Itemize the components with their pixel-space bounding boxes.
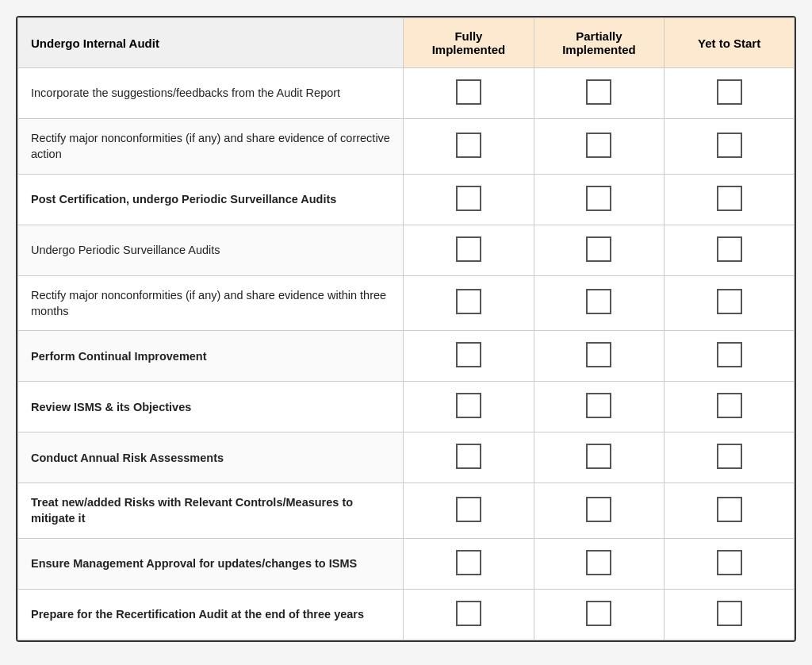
checkbox-box[interactable] <box>586 186 611 211</box>
checkbox-cell-partially-implemented[interactable] <box>534 538 665 589</box>
checkbox-box[interactable] <box>717 133 742 158</box>
row-label: Treat new/added Risks with Relevant Cont… <box>18 483 404 539</box>
table-row: Rectify major nonconformities (if any) a… <box>18 119 795 175</box>
checkbox-box[interactable] <box>456 497 481 522</box>
row-label: Rectify major nonconformities (if any) a… <box>18 275 404 331</box>
checkbox-cell-yet-to-start[interactable] <box>665 225 795 275</box>
checkbox-box[interactable] <box>586 497 611 522</box>
header-col3: Partially Implemented <box>534 18 665 68</box>
main-table-container: Undergo Internal Audit Fully Implemented… <box>16 16 796 642</box>
row-label: Review ISMS & its Objectives <box>18 382 404 432</box>
checkbox-cell-partially-implemented[interactable] <box>534 275 665 331</box>
checkbox-box[interactable] <box>456 444 481 469</box>
checkbox-box[interactable] <box>456 550 481 575</box>
checkbox-cell-fully-implemented[interactable] <box>404 119 534 175</box>
checkbox-box[interactable] <box>456 393 481 418</box>
checkbox-cell-fully-implemented[interactable] <box>404 382 534 432</box>
checkbox-cell-fully-implemented[interactable] <box>404 589 534 640</box>
checkbox-box[interactable] <box>456 236 481 262</box>
table-row: Conduct Annual Risk Assessments <box>18 432 795 483</box>
checkbox-cell-partially-implemented[interactable] <box>534 432 665 483</box>
checkbox-box[interactable] <box>586 79 611 105</box>
checkbox-box[interactable] <box>586 236 611 262</box>
checkbox-cell-fully-implemented[interactable] <box>404 331 534 382</box>
checkbox-cell-partially-implemented[interactable] <box>534 382 665 432</box>
checkbox-cell-partially-implemented[interactable] <box>534 68 665 119</box>
checkbox-cell-yet-to-start[interactable] <box>665 68 795 119</box>
checkbox-box[interactable] <box>717 186 742 211</box>
checkbox-cell-partially-implemented[interactable] <box>534 225 665 275</box>
checkbox-cell-fully-implemented[interactable] <box>404 432 534 483</box>
row-label: Rectify major nonconformities (if any) a… <box>18 119 404 175</box>
checkbox-box[interactable] <box>717 289 742 314</box>
checkbox-box[interactable] <box>717 601 742 626</box>
checkbox-cell-fully-implemented[interactable] <box>404 225 534 275</box>
checkbox-box[interactable] <box>717 550 742 575</box>
checkbox-box[interactable] <box>456 289 481 314</box>
table-row: Ensure Management Approval for updates/c… <box>18 538 795 589</box>
checkbox-cell-yet-to-start[interactable] <box>665 174 795 225</box>
checkbox-cell-partially-implemented[interactable] <box>534 331 665 382</box>
checkbox-cell-yet-to-start[interactable] <box>665 589 795 640</box>
checkbox-box[interactable] <box>456 342 481 367</box>
checkbox-cell-fully-implemented[interactable] <box>404 174 534 225</box>
checkbox-cell-partially-implemented[interactable] <box>534 119 665 175</box>
checkbox-box[interactable] <box>586 133 611 158</box>
checkbox-box[interactable] <box>717 444 742 469</box>
checkbox-cell-partially-implemented[interactable] <box>534 174 665 225</box>
checkbox-box[interactable] <box>717 393 742 418</box>
checkbox-box[interactable] <box>586 444 611 469</box>
checkbox-cell-fully-implemented[interactable] <box>404 538 534 589</box>
table-row: Treat new/added Risks with Relevant Cont… <box>18 483 795 539</box>
table-row: Perform Continual Improvement <box>18 331 795 382</box>
checkbox-cell-partially-implemented[interactable] <box>534 589 665 640</box>
table-row: Incorporate the suggestions/feedbacks fr… <box>18 68 795 119</box>
table-row: Prepare for the Recertification Audit at… <box>18 589 795 640</box>
header-col2: Fully Implemented <box>404 18 534 68</box>
checkbox-box[interactable] <box>456 186 481 211</box>
checkbox-cell-yet-to-start[interactable] <box>665 382 795 432</box>
checkbox-cell-yet-to-start[interactable] <box>665 483 795 539</box>
row-label: Conduct Annual Risk Assessments <box>18 432 404 483</box>
checkbox-box[interactable] <box>456 601 481 626</box>
checkbox-box[interactable] <box>586 289 611 314</box>
checkbox-cell-yet-to-start[interactable] <box>665 119 795 175</box>
table-row: Rectify major nonconformities (if any) a… <box>18 275 795 331</box>
row-label: Ensure Management Approval for updates/c… <box>18 538 404 589</box>
row-label: Prepare for the Recertification Audit at… <box>18 589 404 640</box>
checkbox-cell-fully-implemented[interactable] <box>404 275 534 331</box>
checkbox-cell-yet-to-start[interactable] <box>665 538 795 589</box>
checkbox-cell-yet-to-start[interactable] <box>665 331 795 382</box>
table-row: Undergo Periodic Surveillance Audits <box>18 225 795 275</box>
table-row: Review ISMS & its Objectives <box>18 382 795 432</box>
checkbox-cell-yet-to-start[interactable] <box>665 432 795 483</box>
row-label: Post Certification, undergo Periodic Sur… <box>18 174 404 225</box>
checkbox-cell-yet-to-start[interactable] <box>665 275 795 331</box>
checkbox-box[interactable] <box>586 393 611 418</box>
checkbox-cell-fully-implemented[interactable] <box>404 68 534 119</box>
checkbox-cell-fully-implemented[interactable] <box>404 483 534 539</box>
checkbox-box[interactable] <box>456 133 481 158</box>
checkbox-box[interactable] <box>717 342 742 367</box>
checkbox-box[interactable] <box>717 236 742 262</box>
row-label: Undergo Periodic Surveillance Audits <box>18 225 404 275</box>
checkbox-box[interactable] <box>586 342 611 367</box>
header-col4: Yet to Start <box>665 18 795 68</box>
checkbox-box[interactable] <box>717 79 742 105</box>
table-row: Post Certification, undergo Periodic Sur… <box>18 174 795 225</box>
checkbox-box[interactable] <box>456 79 481 105</box>
row-label: Incorporate the suggestions/feedbacks fr… <box>18 68 404 119</box>
checkbox-box[interactable] <box>586 601 611 626</box>
checkbox-cell-partially-implemented[interactable] <box>534 483 665 539</box>
checkbox-box[interactable] <box>717 497 742 522</box>
row-label: Perform Continual Improvement <box>18 331 404 382</box>
header-col1: Undergo Internal Audit <box>18 18 404 68</box>
checkbox-box[interactable] <box>586 550 611 575</box>
